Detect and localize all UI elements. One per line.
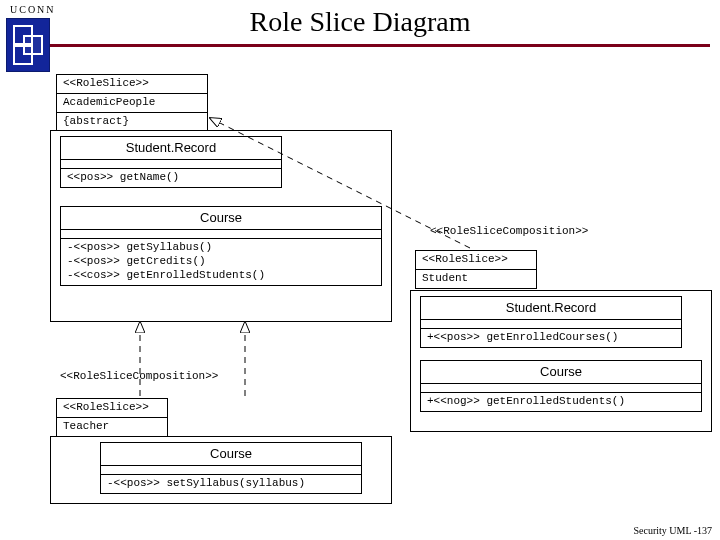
class-name: Course <box>61 207 381 229</box>
class-studentrecord-right: Student.Record +<<pos>> getEnrolledCours… <box>420 296 682 348</box>
class-course-bottom: Course -<<pos>> setSyllabus(syllabus) <box>100 442 362 494</box>
empty-compartment <box>421 383 701 392</box>
stereotype-text: <<RoleSlice>> <box>57 75 207 93</box>
operations: -<<pos>> getSyllabus() -<<pos>> getCredi… <box>61 238 381 284</box>
class-name: AcademicPeople <box>57 93 207 112</box>
class-studentrecord-left: Student.Record <<pos>> getName() <box>60 136 282 188</box>
slide-footer: Security UML -137 <box>633 525 712 536</box>
class-name: Student <box>416 269 536 288</box>
roleslicecomposition-label-left: <<RoleSliceComposition>> <box>60 370 218 382</box>
class-course-left: Course -<<pos>> getSyllabus() -<<pos>> g… <box>60 206 382 286</box>
operation: <<pos>> getName() <box>61 168 281 187</box>
empty-compartment <box>421 319 681 328</box>
empty-compartment <box>61 159 281 168</box>
class-name: Student.Record <box>61 137 281 159</box>
class-name: Teacher <box>57 417 167 436</box>
operation: +<<nog>> getEnrolledStudents() <box>421 392 701 411</box>
roleslice-academicpeople: <<RoleSlice>> AcademicPeople {abstract} <box>56 74 208 131</box>
class-name: Student.Record <box>421 297 681 319</box>
roleslicecomposition-label-right: <<RoleSliceComposition>> <box>430 225 588 237</box>
class-name: Course <box>421 361 701 383</box>
roleslice-student: <<RoleSlice>> Student <box>415 250 537 289</box>
abstract-modifier: {abstract} <box>57 112 207 131</box>
empty-compartment <box>101 465 361 474</box>
uconn-logo <box>6 18 50 72</box>
stereotype-text: <<RoleSlice>> <box>416 251 536 269</box>
class-name: Course <box>101 443 361 465</box>
class-course-right: Course +<<nog>> getEnrolledStudents() <box>420 360 702 412</box>
title-rule <box>50 44 710 47</box>
operation: +<<pos>> getEnrolledCourses() <box>421 328 681 347</box>
roleslice-teacher: <<RoleSlice>> Teacher <box>56 398 168 437</box>
stereotype-text: <<RoleSlice>> <box>57 399 167 417</box>
slide-root: UCONN Role Slice Diagram <<RoleSlice>> A… <box>0 0 720 540</box>
slide-title: Role Slice Diagram <box>0 6 720 38</box>
empty-compartment <box>61 229 381 238</box>
operation: -<<pos>> setSyllabus(syllabus) <box>101 474 361 493</box>
